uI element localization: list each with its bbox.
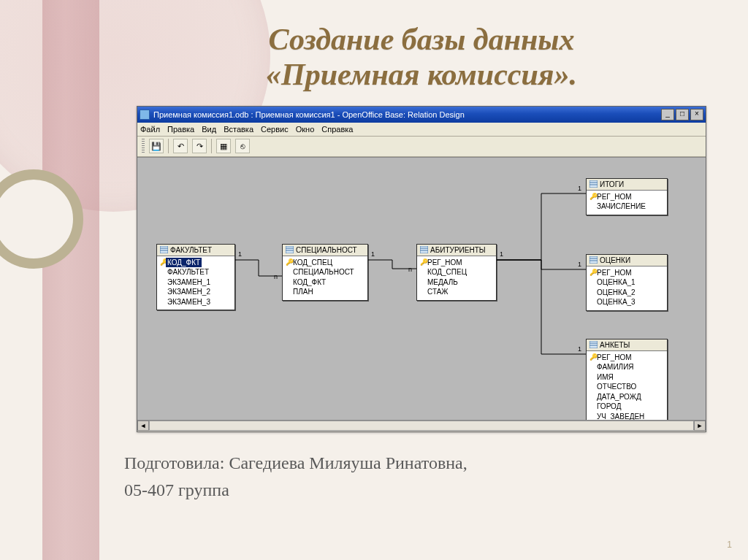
author-line: Подготовила: Сагедиева Миляуша Ринатовна… <box>124 450 719 477</box>
field[interactable]: 🔑РЕГ_НОМ <box>589 192 664 202</box>
menu-edit[interactable]: Правка <box>167 125 194 134</box>
field[interactable]: ГОРОД <box>589 402 664 412</box>
scroll-left-button[interactable]: ◄ <box>137 421 149 431</box>
table-name: АБИТУРИЕНТЫ <box>430 246 486 254</box>
menu-tools[interactable]: Сервис <box>261 125 289 134</box>
key-icon: 🔑 <box>589 192 595 201</box>
field[interactable]: КОД_СПЕЦ <box>420 267 493 277</box>
key-icon: 🔑 <box>420 258 426 266</box>
field[interactable]: ЭКЗАМЕН_1 <box>160 277 232 288</box>
menu-view[interactable]: Вид <box>202 125 216 134</box>
footer: Подготовила: Сагедиева Миляуша Ринатовна… <box>124 450 719 504</box>
field[interactable]: ФАМИЛИЯ <box>589 362 664 372</box>
key-icon: 🔑 <box>160 258 166 266</box>
relation-canvas[interactable]: ФАКУЛЬТЕТ 🔑КОД_ФКТ ФАКУЛЬТЕТ ЭКЗАМЕН_1 Э… <box>137 157 706 420</box>
table-icon <box>589 256 598 264</box>
field[interactable]: ОЦЕНКА_1 <box>589 277 664 288</box>
table-abiturients[interactable]: АБИТУРИЕНТЫ 🔑РЕГ_НОМ КОД_СПЕЦ МЕДАЛЬ СТА… <box>416 244 497 301</box>
group-line: 05-407 группа <box>124 477 719 504</box>
table-itogi[interactable]: ИТОГИ 🔑РЕГ_НОМ ЗАЧИСЛЕНИЕ <box>586 178 668 215</box>
field[interactable]: ФАКУЛЬТЕТ <box>160 267 232 277</box>
scroll-track[interactable] <box>149 421 694 431</box>
toolbar: 💾 ↶ ↷ ▦ ⎋ <box>137 137 706 157</box>
field[interactable]: УЧ_ЗАВЕДЕН <box>589 412 664 420</box>
table-name: ОЦЕНКИ <box>600 256 630 264</box>
title-line-1: Создание базы данных <box>269 23 575 56</box>
field[interactable]: 🔑РЕГ_НОМ <box>589 268 664 278</box>
table-header[interactable]: ОЦЕНКИ <box>587 255 667 266</box>
menu-window[interactable]: Окно <box>296 125 315 134</box>
new-relation-button[interactable]: ⎋ <box>235 139 250 153</box>
app-icon <box>140 110 150 120</box>
menu-help[interactable]: Справка <box>321 125 353 134</box>
horizontal-scrollbar[interactable]: ◄ ► <box>137 420 706 431</box>
table-otsenki[interactable]: ОЦЕНКИ 🔑РЕГ_НОМ ОЦЕНКА_1 ОЦЕНКА_2 ОЦЕНКА… <box>586 254 668 311</box>
table-header[interactable]: АБИТУРИЕНТЫ <box>417 245 496 256</box>
table-facultet[interactable]: ФАКУЛЬТЕТ 🔑КОД_ФКТ ФАКУЛЬТЕТ ЭКЗАМЕН_1 Э… <box>156 244 235 311</box>
field[interactable]: МЕДАЛЬ <box>420 277 493 288</box>
field[interactable]: 🔑РЕГ_НОМ <box>589 353 664 363</box>
table-specialnost[interactable]: СПЕЦИАЛЬНОСТ 🔑КОД_СПЕЦ СПЕЦИАЛЬНОСТ КОД_… <box>282 244 368 301</box>
svg-rect-0 <box>160 246 168 253</box>
rel-label-many: n <box>274 273 278 280</box>
scroll-right-button[interactable]: ► <box>694 421 706 431</box>
field[interactable]: ЗАЧИСЛЕНИЕ <box>589 202 664 212</box>
save-icon: 💾 <box>151 142 161 151</box>
key-icon: 🔑 <box>589 353 595 361</box>
table-header[interactable]: АНКЕТЫ <box>587 340 667 351</box>
field[interactable]: ЭКЗАМЕН_2 <box>160 287 232 297</box>
field[interactable]: 🔑РЕГ_НОМ <box>420 258 493 268</box>
key-icon: 🔑 <box>589 268 595 277</box>
key-icon: 🔑 <box>286 258 291 266</box>
close-button[interactable]: × <box>690 109 703 120</box>
add-table-button[interactable]: ▦ <box>216 139 231 153</box>
app-window: Приемная комиссия1.odb : Приемная комисс… <box>137 106 706 432</box>
field[interactable]: ДАТА_РОЖД <box>589 392 664 402</box>
table-name: ФАКУЛЬТЕТ <box>170 246 212 254</box>
rel-label-one: 1 <box>578 185 581 192</box>
field[interactable]: КОД_ФКТ <box>286 277 365 288</box>
table-name: ИТОГИ <box>600 180 624 188</box>
window-titlebar[interactable]: Приемная комиссия1.odb : Приемная комисс… <box>137 107 706 123</box>
field[interactable]: ОЦЕНКА_3 <box>589 297 664 307</box>
table-ankety[interactable]: АНКЕТЫ 🔑РЕГ_НОМ ФАМИЛИЯ ИМЯ ОТЧЕСТВО ДАТ… <box>586 339 668 420</box>
undo-icon: ↶ <box>178 142 184 151</box>
table-icon <box>589 341 598 348</box>
svg-rect-6 <box>420 246 428 253</box>
field[interactable]: ПЛАН <box>286 287 365 297</box>
table-header[interactable]: ИТОГИ <box>587 179 667 191</box>
maximize-button[interactable]: □ <box>676 109 689 120</box>
table-header[interactable]: ФАКУЛЬТЕТ <box>157 245 234 256</box>
svg-rect-9 <box>589 180 598 188</box>
minimize-button[interactable]: _ <box>661 109 674 120</box>
rel-label-one: 1 <box>238 250 242 258</box>
save-button[interactable]: 💾 <box>149 139 164 153</box>
field[interactable]: ОЦЕНКА_2 <box>589 288 664 298</box>
toolbar-sep <box>211 139 212 153</box>
svg-rect-3 <box>286 246 294 253</box>
toolbar-grip[interactable] <box>142 139 145 153</box>
undo-button[interactable]: ↶ <box>173 139 188 153</box>
menu-file[interactable]: Файл <box>140 125 160 134</box>
rel-label-one: 1 <box>500 250 503 258</box>
window-title: Приемная комиссия1.odb : Приемная комисс… <box>153 110 661 119</box>
table-header[interactable]: СПЕЦИАЛЬНОСТ <box>283 245 367 256</box>
menu-insert[interactable]: Вставка <box>224 125 253 134</box>
svg-rect-12 <box>589 256 598 264</box>
field[interactable]: СТАЖ <box>420 287 493 297</box>
page-number: 1 <box>727 540 732 550</box>
table-icon <box>160 246 168 253</box>
table-name: СПЕЦИАЛЬНОСТ <box>296 246 357 254</box>
redo-button[interactable]: ↷ <box>192 139 207 153</box>
table-name: АНКЕТЫ <box>600 341 630 349</box>
field[interactable]: 🔑КОД_СПЕЦ <box>286 258 365 268</box>
field[interactable]: СПЕЦИАЛЬНОСТ <box>286 267 365 277</box>
rel-label-one: 1 <box>578 345 581 353</box>
field[interactable]: ИМЯ <box>589 372 664 383</box>
field[interactable]: ОТЧЕСТВО <box>589 382 664 392</box>
redo-icon: ↷ <box>196 142 203 151</box>
new-relation-icon: ⎋ <box>240 142 245 150</box>
field[interactable]: ЭКЗАМЕН_3 <box>160 297 232 307</box>
field[interactable]: 🔑КОД_ФКТ <box>160 258 232 268</box>
title-line-2: «Приемная комиссия». <box>266 58 577 91</box>
